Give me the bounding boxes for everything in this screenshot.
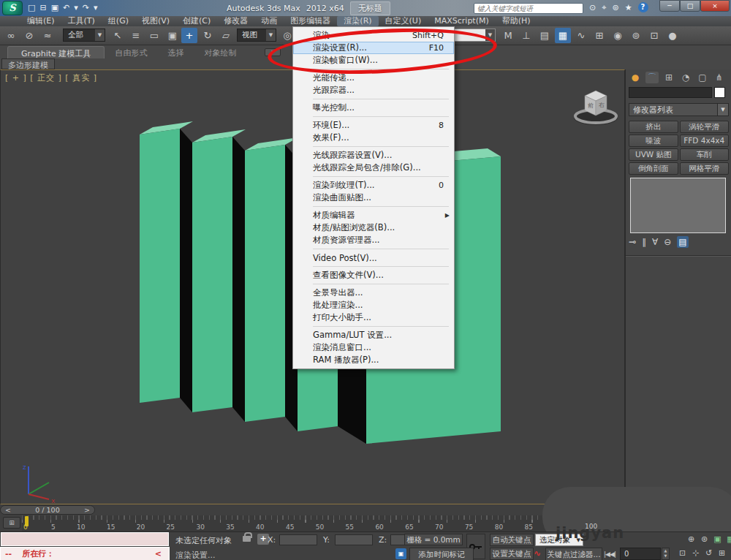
maxscript-macro-recorder[interactable] (1, 532, 169, 546)
ribbon-tab[interactable]: 对象绘制 (194, 46, 246, 58)
menu-item[interactable] (293, 174, 454, 179)
menu-bar-item[interactable]: 创建(C) (176, 16, 217, 26)
render-production-icon[interactable]: ● (664, 28, 681, 43)
menu-item[interactable]: 材质编辑器 ▶ (293, 209, 454, 222)
reference-coordinate-dropdown[interactable]: 视图 ▼ (237, 29, 276, 42)
menu-bar-item[interactable]: MAXScript(M) (428, 16, 496, 26)
select-object-icon[interactable]: ↖ (110, 28, 126, 43)
current-frame-field[interactable]: 0 (620, 548, 661, 560)
coord-x-field[interactable] (279, 534, 317, 545)
curve-editor-icon[interactable]: ∿ (573, 28, 589, 43)
menu-item[interactable]: 材质资源管理器... (293, 234, 454, 246)
ribbon-tab[interactable]: 自由形式 (105, 46, 157, 58)
frame-spinner[interactable]: ▲▼ (662, 548, 670, 560)
app-logo-icon[interactable]: S (2, 1, 23, 15)
track-bar[interactable]: 51015202530354045505560657075808590 (22, 515, 629, 531)
previous-frame-button[interactable]: < (1, 506, 15, 514)
search-icon[interactable]: ⊙ (589, 3, 596, 12)
ribbon-tab[interactable]: 选择 (157, 46, 194, 58)
menu-item[interactable]: 渲染到纹理(T)... 0 (293, 179, 454, 192)
ribbon-toggle-icon[interactable]: ▦ (555, 28, 571, 43)
window-crossing-icon[interactable]: ▣ (164, 28, 181, 43)
maximize-button[interactable]: □ (680, 0, 700, 12)
menu-item[interactable]: 全景导出器... (293, 287, 454, 299)
undo-dropdown-icon[interactable]: ▾ (74, 2, 78, 13)
menu-bar-item[interactable]: 图形编辑器 (284, 16, 337, 26)
make-unique-icon[interactable]: ∀ (652, 236, 658, 248)
configure-modifier-sets-icon[interactable]: ▤ (677, 236, 688, 248)
modifier-button[interactable]: 车削 (680, 148, 730, 161)
maximize-viewport-icon[interactable]: ⊞ (716, 548, 727, 559)
menu-item[interactable] (293, 114, 454, 119)
modifier-list-dropdown[interactable]: 修改器列表 ▼ (629, 103, 729, 116)
selection-filter-dropdown[interactable]: 全部 ▼ (63, 29, 105, 42)
bind-to-space-warp-icon[interactable]: ≈ (39, 28, 56, 43)
select-and-scale-icon[interactable]: ▱ (218, 28, 234, 43)
remove-modifier-icon[interactable]: ⊖ (664, 236, 671, 248)
undo-icon[interactable]: ↶ (63, 2, 69, 13)
show-end-result-icon[interactable]: ∥ (642, 236, 646, 248)
menu-item[interactable]: 光线跟踪器设置(V)... (293, 149, 454, 162)
modifier-button[interactable]: 噪波 (629, 135, 678, 147)
schematic-view-icon[interactable]: ⊞ (591, 28, 607, 43)
menu-item[interactable]: 曝光控制... (293, 102, 454, 114)
menu-bar-item[interactable]: 工具(T) (61, 16, 102, 26)
select-by-name-icon[interactable]: ≡ (128, 28, 144, 43)
menu-item[interactable]: 渲染曲面贴图... (293, 192, 454, 204)
favorites-icon[interactable]: ★ (625, 3, 632, 12)
dropdown-arrow-icon[interactable]: ▼ (95, 29, 105, 41)
material-editor-icon[interactable]: ◉ (610, 28, 626, 43)
minimize-button[interactable]: ─ (659, 0, 680, 12)
modifier-button[interactable]: UVW 贴图 (629, 148, 678, 161)
menu-item[interactable] (293, 246, 454, 251)
modifier-stack-list[interactable] (630, 178, 726, 233)
menu-bar-item[interactable]: 渲染(R) (337, 16, 378, 26)
go-to-start-button[interactable]: |◀◀| (604, 548, 616, 560)
modifier-button[interactable]: 网格平滑 (680, 162, 730, 175)
menu-item[interactable] (293, 264, 454, 269)
menu-bar-item[interactable]: 修改器 (217, 16, 254, 26)
select-and-move-icon[interactable]: + (181, 28, 197, 43)
zoom-icon[interactable]: ⊕ (686, 534, 697, 545)
modifier-button[interactable]: 挤出 (629, 121, 678, 133)
modifier-button[interactable]: 涡轮平滑 (680, 121, 730, 133)
menu-item[interactable]: 环境(E)... 8 (293, 119, 454, 132)
menu-item[interactable] (293, 324, 454, 329)
coord-y-field[interactable] (335, 534, 373, 545)
add-time-tag-button[interactable]: 添加时间标记 (409, 548, 474, 560)
subscription-icon[interactable]: ⌖ (602, 3, 606, 12)
search-input[interactable] (474, 3, 583, 14)
ribbon-subtab-polygon-modeling[interactable]: 多边形建模 (1, 58, 55, 69)
menu-item[interactable]: Gamma/LUT 设置... (293, 329, 454, 341)
menu-item[interactable]: Video Post(V)... (293, 251, 454, 264)
menu-bar-item[interactable]: 编辑(E) (20, 16, 61, 26)
display-tab-icon[interactable]: ▢ (696, 72, 709, 83)
close-button[interactable]: × (700, 0, 730, 12)
time-slider[interactable]: < 0 / 100 > (0, 505, 95, 515)
menu-item[interactable] (293, 204, 454, 209)
help-icon[interactable]: ? (638, 2, 648, 12)
menu-item[interactable] (293, 144, 454, 149)
menu-item[interactable]: 打印大小助手... (293, 311, 454, 324)
menu-bar-item[interactable]: 帮助(H) (496, 16, 537, 26)
set-key-button[interactable]: 设置关键点 (490, 548, 534, 560)
redo-dropdown-icon[interactable]: ▾ (94, 2, 98, 13)
key-filters-button[interactable]: 关键点过滤器... (545, 548, 602, 560)
hierarchy-tab-icon[interactable]: ⊞ (662, 72, 675, 83)
menu-item[interactable]: 材质/贴图浏览器(B)... (293, 222, 454, 234)
align-icon[interactable]: ⊥ (518, 28, 534, 43)
maxscript-mini-listener[interactable]: -- 所在行： < (0, 547, 170, 560)
zoom-region-icon[interactable]: ⊡ (677, 548, 688, 559)
zoom-extents-all-icon[interactable]: ▦ (725, 534, 731, 545)
selection-lock-icon[interactable] (243, 536, 251, 542)
menu-item[interactable] (293, 97, 454, 102)
motion-tab-icon[interactable]: ◔ (679, 72, 692, 83)
mirror-icon[interactable]: M (500, 28, 516, 43)
menu-item[interactable]: 光线跟踪全局包含/排除(G)... (293, 162, 454, 174)
communication-center-icon[interactable]: ⊚ (612, 3, 618, 12)
modify-tab-icon[interactable]: ⌒ (645, 72, 659, 83)
unlink-selection-icon[interactable]: ⊘ (21, 28, 37, 43)
menu-bar-item[interactable]: 自定义(U) (379, 16, 428, 26)
modifier-button[interactable]: FFD 4x4x4 (680, 135, 730, 147)
menu-item[interactable]: 查看图像文件(V)... (293, 269, 454, 281)
